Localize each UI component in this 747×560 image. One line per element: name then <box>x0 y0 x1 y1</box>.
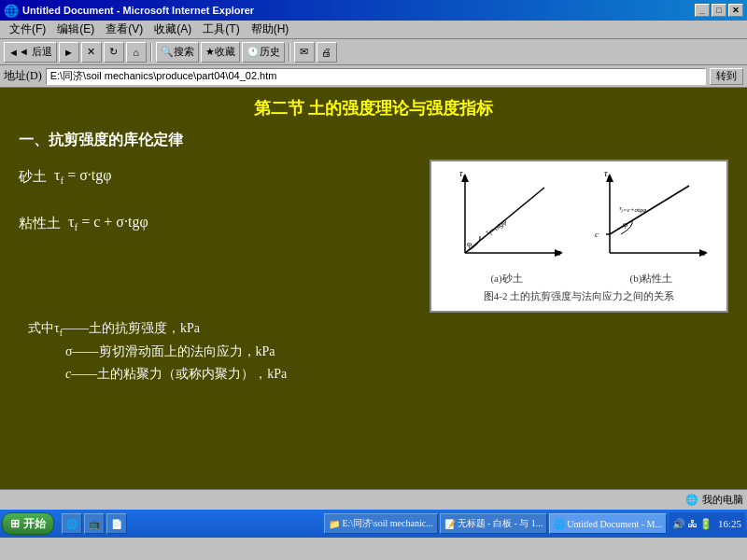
globe-icon: 🌐 <box>685 494 698 506</box>
menu-help[interactable]: 帮助(H) <box>246 20 295 39</box>
mail-button[interactable]: ✉ <box>294 42 315 63</box>
separator-2 <box>289 43 290 62</box>
forward-button[interactable]: ► <box>59 42 79 63</box>
back-icon: ◄ <box>8 47 19 58</box>
menu-file[interactable]: 文件(F) <box>4 20 51 39</box>
quicklaunch-ie[interactable]: 🌐 <box>62 513 82 534</box>
sand-label: 砂土 <box>19 168 47 186</box>
content-area: 第二节 土的强度理论与强度指标 一、抗剪强度的库伦定律 砂土 τf = σ·tg… <box>0 88 747 489</box>
search-icon: 🔍 <box>161 46 174 58</box>
history-icon: 🕐 <box>247 46 260 58</box>
print-button[interactable]: 🖨 <box>317 42 337 63</box>
mail-icon: ✉ <box>300 46 308 58</box>
tray-icon-2: 🖧 <box>687 518 698 529</box>
desc-line-3: c——土的粘聚力（或称内聚力），kPa <box>65 366 728 383</box>
quicklaunch-media[interactable]: 📺 <box>84 513 105 534</box>
task2-label: 无标题 - 白板 - 与 1... <box>458 517 543 530</box>
svg-text:φ: φ <box>467 239 472 248</box>
system-tray: 🔊 🖧 🔋 16:25 <box>669 512 745 535</box>
desc-line-2: σ——剪切滑动面上的法向应力，kPa <box>65 343 728 360</box>
svg-text:τf=c+σtgφ: τf=c+σtgφ <box>619 204 646 214</box>
desc1-text: 式中τf——土的抗剪强度，kPa <box>28 320 200 338</box>
menu-bar: 文件(F) 编辑(E) 查看(V) 收藏(A) 工具(T) 帮助(H) <box>0 21 747 39</box>
chart-clay-svg: τf σ c φ τf=c+σtgφ <box>591 169 712 272</box>
desc-line-1: 式中τf——土的抗剪强度，kPa <box>28 320 728 338</box>
star-icon: ★ <box>205 46 215 58</box>
status-right: 🌐 我的电脑 <box>685 493 743 507</box>
favorites-button[interactable]: ★ 收藏 <box>201 42 240 63</box>
taskbar-task-1[interactable]: 📁 E:\同济\soil mechanic... <box>324 513 437 534</box>
content-row-formulas: 砂土 τf = σ·tgφ 粘性土 τf = c + σ·tgφ <box>19 160 728 313</box>
desc3-text: c——土的粘聚力（或称内聚力），kPa <box>65 366 287 383</box>
diagram-caption: 图4-2 土的抗剪强度与法向应力之间的关系 <box>439 289 719 303</box>
diagram-container: τf σ φ τf=σtgφ (a)砂土 <box>430 160 728 313</box>
tray-icon-3: 🔋 <box>699 518 712 530</box>
task1-icon: 📁 <box>329 519 340 529</box>
taskbar-task-2[interactable]: 📝 无标题 - 白板 - 与 1... <box>440 513 548 534</box>
maximize-button[interactable]: □ <box>712 4 726 17</box>
svg-text:c: c <box>595 230 599 239</box>
search-button[interactable]: 🔍 搜索 <box>156 42 199 63</box>
windows-icon: ⊞ <box>10 517 20 530</box>
formula-block: 砂土 τf = σ·tgφ 粘性土 τf = c + σ·tgφ <box>19 160 411 240</box>
chart-b-label: (b)粘性土 <box>591 272 712 286</box>
start-label: 开始 <box>23 516 46 532</box>
subsection-title: 一、抗剪强度的库伦定律 <box>19 131 728 150</box>
taskbar-task-3[interactable]: 🌐 Untitled Document - M... <box>549 513 667 534</box>
address-input[interactable] <box>46 68 706 85</box>
svg-text:φ: φ <box>623 219 627 229</box>
home-button[interactable]: ⌂ <box>126 42 147 63</box>
title-bar: 🌐 Untitled Document - Microsoft Internet… <box>0 0 747 21</box>
task2-icon: 📝 <box>444 519 456 529</box>
tray-icon-1: 🔊 <box>672 518 685 530</box>
menu-tools[interactable]: 工具(T) <box>197 20 245 39</box>
start-button[interactable]: ⊞ 开始 <box>2 512 54 535</box>
taskbar: ⊞ 开始 🌐 📺 📄 📁 E:\同济\soil mechanic... 📝 无标… <box>0 510 747 538</box>
home-icon: ⌂ <box>133 47 139 58</box>
print-icon: 🖨 <box>321 47 331 58</box>
section-title: 第二节 土的强度理论与强度指标 <box>19 97 728 119</box>
menu-favorites[interactable]: 收藏(A) <box>148 20 197 39</box>
go-button[interactable]: 转到 <box>710 68 743 85</box>
quicklaunch-3[interactable]: 📄 <box>106 513 127 534</box>
stop-button[interactable]: ✕ <box>81 42 102 63</box>
task1-label: E:\同济\soil mechanic... <box>342 517 432 530</box>
formula-clay: 粘性土 τf = c + σ·tgφ <box>19 214 411 232</box>
close-button[interactable]: ✕ <box>728 4 743 17</box>
formula2-text: τf = c + σ·tgφ <box>68 214 148 232</box>
formula-sand: 砂土 τf = σ·tgφ <box>19 167 411 186</box>
back-button[interactable]: ◄ ◄ 后退 <box>4 42 57 63</box>
toolbar: ◄ ◄ 后退 ► ✕ ↻ ⌂ 🔍 搜索 ★ 收藏 🕐 历史 ✉ 🖨 <box>0 39 747 65</box>
clay-label: 粘性土 <box>19 215 61 232</box>
diagram-charts: τf σ φ τf=σtgφ (a)砂土 <box>439 169 719 286</box>
chart-a-label: (a)砂土 <box>446 272 568 286</box>
chart-sand-svg: τf σ φ τf=σtgφ <box>446 169 568 272</box>
svg-text:τf=σtgφ: τf=σtgφ <box>484 216 509 238</box>
chart-clay: τf σ c φ τf=c+σtgφ (b)粘性土 <box>591 169 712 286</box>
address-label: 地址(D) <box>4 68 42 84</box>
window-controls[interactable]: _ □ ✕ <box>695 4 743 17</box>
separator-1 <box>150 43 152 62</box>
formula1-text: τf = σ·tgφ <box>54 167 112 186</box>
address-bar: 地址(D) 转到 <box>0 65 747 88</box>
window-title: Untitled Document - Microsoft Internet E… <box>22 5 695 16</box>
back-label: ◄ 后退 <box>19 45 52 59</box>
task3-label: Untitled Document - M... <box>567 519 662 529</box>
forward-icon: ► <box>63 47 74 58</box>
tray-time: 16:25 <box>718 518 741 529</box>
stop-icon: ✕ <box>87 46 95 58</box>
menu-view[interactable]: 查看(V) <box>100 20 148 39</box>
menu-edit[interactable]: 编辑(E) <box>51 20 100 39</box>
desc2-text: σ——剪切滑动面上的法向应力，kPa <box>65 343 275 360</box>
history-button[interactable]: 🕐 历史 <box>242 42 285 63</box>
minimize-button[interactable]: _ <box>695 4 710 17</box>
status-bar: 🌐 我的电脑 <box>0 489 747 510</box>
computer-label: 我的电脑 <box>702 493 743 507</box>
desc-block: 式中τf——土的抗剪强度，kPa σ——剪切滑动面上的法向应力，kPa c——土… <box>19 320 728 383</box>
task3-icon: 🌐 <box>554 519 565 529</box>
refresh-button[interactable]: ↻ <box>104 42 124 63</box>
refresh-icon: ↻ <box>109 46 118 58</box>
chart-sand: τf σ φ τf=σtgφ (a)砂土 <box>446 169 568 286</box>
